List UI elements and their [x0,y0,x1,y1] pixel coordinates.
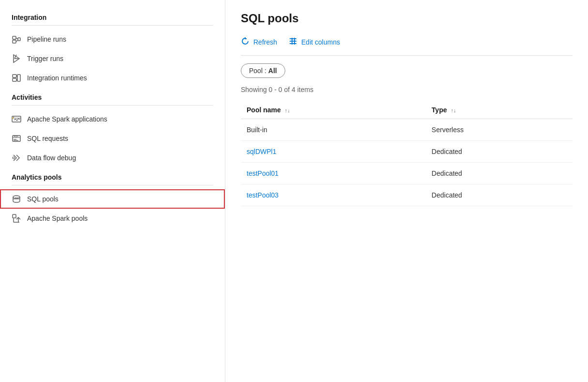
runtime-icon [12,73,21,83]
sidebar-item-trigger-runs[interactable]: Trigger runs [0,49,225,68]
data-table: Pool name ↑↓ Type ↑↓ Built-inServerlesss… [241,101,573,206]
filter-row: Pool : All [241,63,573,78]
sidebar-item-label-spark-applications: Apache Spark applications [27,115,107,123]
sidebar-divider-activities [12,105,213,106]
showing-text: Showing 0 - 0 of 4 items [241,86,573,93]
sidebar-item-apache-spark-applications[interactable]: ⚡ Apache Spark applications [0,109,225,129]
cell-type-0: Serverless [426,119,573,141]
sidebar-item-pipeline-runs[interactable]: Pipeline runs [0,30,225,49]
svg-text:SQL: SQL [14,135,18,138]
cell-type-2: Dedicated [426,163,573,184]
cell-pool-name-1[interactable]: sqlDWPl1 [241,141,426,163]
sidebar-item-label-integration-runtimes: Integration runtimes [27,74,87,82]
main-content: SQL pools Refresh Edit colum [225,0,588,382]
table-row: sqlDWPl1Dedicated [241,141,573,163]
sidebar-section-activities: Activities ⚡ Apache Spark applications [0,88,225,168]
svg-text:⚡: ⚡ [12,117,14,119]
cell-type-3: Dedicated [426,184,573,206]
sidebar-item-integration-runtimes[interactable]: Integration runtimes [0,68,225,88]
sidebar-divider-analytics-pools [12,185,213,185]
sidebar-item-label-data-flow-debug: Data flow debug [27,154,76,162]
filter-value: All [268,67,277,75]
svg-rect-2 [18,38,20,41]
cell-type-1: Dedicated [426,141,573,163]
table-row: testPool01Dedicated [241,163,573,184]
sql-pools-icon: SQL [12,194,21,204]
sidebar-item-label-trigger-runs: Trigger runs [27,55,63,62]
sidebar-section-title-analytics-pools: Analytics pools [0,168,225,185]
svg-rect-8 [13,75,16,77]
sidebar-item-label-sql-requests: SQL requests [27,135,68,142]
sidebar-item-label-pipeline-runs: Pipeline runs [27,35,66,43]
column-header-pool-name[interactable]: Pool name ↑↓ [241,101,426,119]
svg-rect-9 [13,78,16,81]
sort-icon-pool-name: ↑↓ [285,107,290,113]
sidebar-item-sql-pools[interactable]: SQL SQL pools [0,189,225,209]
edit-columns-icon [289,37,297,47]
cell-pool-name-3[interactable]: testPool03 [241,184,426,206]
sort-icon-type: ↑↓ [451,107,456,113]
sidebar: Integration Pipeline runs [0,0,225,382]
edit-columns-label: Edit columns [301,38,340,46]
sidebar-item-label-apache-spark-pools: Apache Spark pools [27,214,88,222]
refresh-label: Refresh [253,38,277,46]
table-row: testPool03Dedicated [241,184,573,206]
sidebar-divider-integration [12,25,213,26]
svg-point-22 [13,157,15,159]
sidebar-item-label-sql-pools: SQL pools [27,195,59,203]
table-body: Built-inServerlesssqlDWPl1DedicatedtestP… [241,119,573,206]
cell-pool-name-2[interactable]: testPool01 [241,163,426,184]
spark-pools-icon [12,214,21,223]
page-title: SQL pools [241,12,573,25]
table-header-row: Pool name ↑↓ Type ↑↓ [241,101,573,119]
column-label-type: Type [432,106,447,114]
svg-rect-26 [13,214,16,218]
svg-rect-1 [13,40,16,43]
svg-rect-0 [13,36,16,39]
sidebar-item-sql-requests[interactable]: SQL SQL requests [0,129,225,148]
sidebar-section-integration: Integration Pipeline runs [0,8,225,88]
column-label-pool-name: Pool name [247,106,281,114]
pipeline-icon [12,34,21,44]
sidebar-section-title-integration: Integration [0,8,225,25]
refresh-button[interactable]: Refresh [241,35,277,49]
svg-rect-10 [17,75,20,81]
sidebar-item-apache-spark-pools[interactable]: Apache Spark pools [0,209,225,228]
column-header-type[interactable]: Type ↑↓ [426,101,573,119]
filter-label: Pool : [249,67,266,75]
table-row: Built-inServerless [241,119,573,141]
toolbar: Refresh Edit columns [241,35,573,56]
refresh-icon [241,37,250,47]
sidebar-section-title-activities: Activities [0,88,225,105]
edit-columns-button[interactable]: Edit columns [289,35,340,49]
spark-app-icon: ⚡ [12,114,21,124]
sidebar-section-analytics-pools: Analytics pools SQL SQL pools [0,168,225,228]
sql-req-icon: SQL [12,134,21,143]
pool-filter-pill[interactable]: Pool : All [241,63,285,78]
trigger-icon [12,54,21,63]
dataflow-icon [12,153,21,163]
cell-pool-name-0: Built-in [241,119,426,141]
sidebar-item-data-flow-debug[interactable]: Data flow debug [0,148,225,168]
svg-text:SQL: SQL [15,197,19,199]
